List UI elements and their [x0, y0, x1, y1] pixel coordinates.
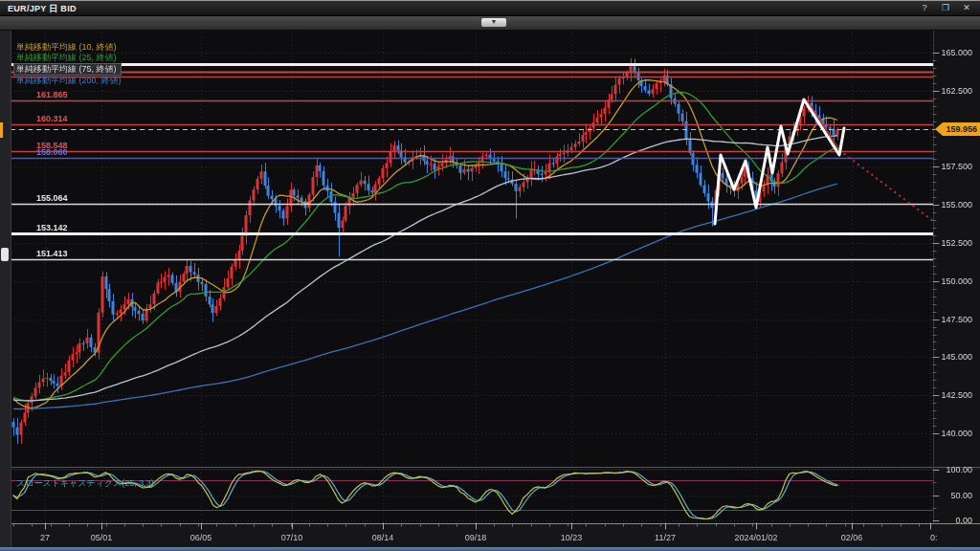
price-line-label: 155.064	[36, 193, 68, 203]
maximize-button[interactable]: ❐	[940, 2, 951, 13]
price-line-label: 160.314	[36, 114, 68, 123]
trading-chart-window: EUR/JPY 日 BID ? ❐ ✕ ▼ 単純移動平均線 (10, 終値)単純…	[0, 0, 980, 551]
titlebar: EUR/JPY 日 BID	[0, 1, 980, 16]
x-axis-label: 2024/01/02	[734, 533, 777, 542]
legend-item-ma[interactable]: 単純移動平均線 (75, 終値)	[13, 63, 122, 76]
stoch-axis-label: 0.00	[934, 516, 972, 525]
price-line-label: 153.142	[36, 223, 68, 232]
y-axis-label: 150.000	[934, 276, 972, 286]
stochastics-indicator-label[interactable]: スローストキャスティクス(25, 3,3)	[16, 477, 154, 490]
x-axis-label: 08/14	[372, 533, 394, 542]
help-button[interactable]: ?	[919, 2, 930, 13]
y-axis-label: 152.500	[934, 238, 972, 248]
x-axis-label: 05/01	[91, 533, 113, 542]
y-axis-label: 140.000	[934, 429, 972, 438]
stoch-axis-label: 100.00	[934, 465, 972, 474]
left-gutter	[0, 30, 11, 548]
y-axis-label: 165.000	[934, 48, 972, 57]
price-line-label: 151.413	[36, 249, 68, 258]
window-title: EUR/JPY 日 BID	[8, 3, 77, 15]
legend-item-ma[interactable]: 単純移動平均線 (200, 終値)	[16, 76, 122, 86]
current-price-left-marker	[0, 122, 3, 138]
stoch-axis-label: 50.00	[934, 491, 972, 500]
price-line-label: 161.865	[36, 90, 68, 99]
chart-canvas[interactable]	[0, 1, 980, 551]
window-controls: ? ❐ ✕	[919, 2, 972, 13]
x-axis-label: 27	[40, 533, 50, 542]
close-button[interactable]: ✕	[961, 2, 972, 13]
toolbar: ▼	[0, 16, 980, 31]
y-axis-label: 157.500	[934, 162, 972, 171]
x-axis-label: 11/27	[655, 533, 676, 542]
x-axis-label: 07/10	[281, 533, 303, 542]
x-axis-label: 06/05	[190, 533, 212, 542]
x-axis-label: 02/06	[841, 533, 863, 542]
y-axis-label: 145.000	[934, 352, 972, 362]
panel-collapse-button[interactable]: ▼	[481, 18, 506, 27]
pane-splitter-handle[interactable]	[1, 248, 9, 261]
y-axis-label: 155.000	[934, 200, 972, 209]
x-axis-label: 10/23	[561, 533, 583, 542]
ma-legend: 単純移動平均線 (10, 終値)単純移動平均線 (25, 終値)単純移動平均線 …	[16, 42, 122, 86]
y-axis-label: 147.500	[934, 315, 972, 324]
y-axis-label: 162.500	[934, 86, 972, 96]
price-line-label: 158.060	[36, 147, 68, 157]
legend-item-ma[interactable]: 単純移動平均線 (10, 終値)	[16, 42, 122, 53]
current-price-badge: 159.956	[935, 122, 980, 136]
y-axis-label: 142.500	[934, 390, 972, 400]
x-axis-label: 09/18	[465, 533, 487, 542]
legend-item-ma[interactable]: 単純移動平均線 (25, 終値)	[16, 53, 122, 63]
window-bottom-border	[0, 547, 980, 551]
x-axis-label: 0:	[930, 533, 938, 542]
